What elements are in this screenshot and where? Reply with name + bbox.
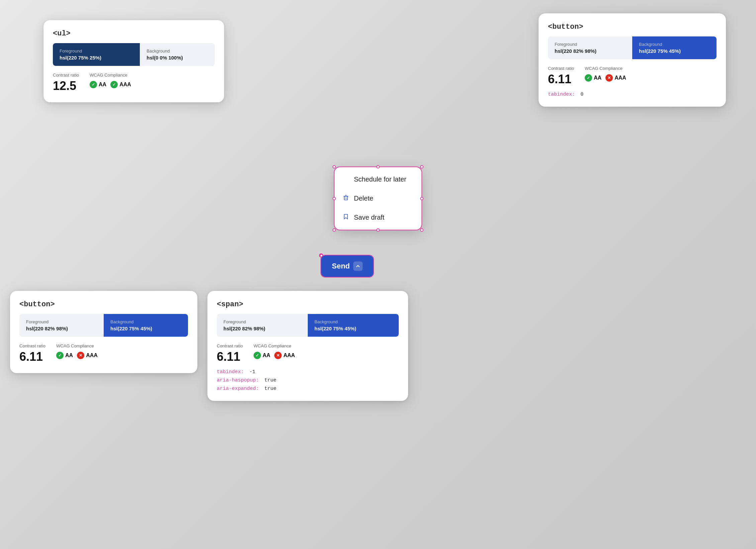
contrast-group-ul: Contrast ratio 12.5 <box>53 73 79 93</box>
contrast-label-btn-top: Contrast ratio <box>548 66 574 71</box>
bg-value-span: hsl(220 75% 45%) <box>314 326 392 331</box>
aaa-label-btn-bottom: AAA <box>86 352 98 358</box>
aa-label-ul: AA <box>99 82 106 88</box>
contrast-group-btn-bottom: Contrast ratio 6.11 <box>19 343 45 364</box>
send-button[interactable]: Send <box>321 255 373 277</box>
dropdown-item-save-draft[interactable]: Save draft <box>335 208 421 227</box>
color-swatches-button-top: Foreground hsl(220 82% 98%) Background h… <box>548 36 717 59</box>
fg-value-btn-top: hsl(220 82% 98%) <box>555 48 626 54</box>
chevron-icon <box>353 261 363 271</box>
card-button-top-title: <button> <box>548 23 717 31</box>
foreground-swatch-ul: Foreground hsl(220 75% 25%) <box>53 43 140 66</box>
trash-icon <box>343 194 349 203</box>
expanded-value-span: true <box>264 386 276 392</box>
foreground-label-ul: Foreground <box>60 48 133 53</box>
tabindex-row-btn-top: tabindex: 0 <box>548 91 717 97</box>
contrast-value-ul: 12.5 <box>53 79 79 93</box>
aa-label-btn-bottom: AA <box>65 352 73 358</box>
badge-aa-span: ✓ AA <box>254 352 270 359</box>
badge-aaa-span: ✕ AAA <box>274 352 295 359</box>
selection-dot-mr <box>420 197 423 200</box>
contrast-label-btn-bottom: Contrast ratio <box>19 343 45 348</box>
contrast-label-span: Contrast ratio <box>217 343 243 348</box>
svg-rect-0 <box>343 177 349 181</box>
tabindex-attr-label-span: tabindex: <box>217 369 244 375</box>
background-label-ul: Background <box>147 48 208 53</box>
color-swatches-btn-bottom: Foreground hsl(220 82% 98%) Background h… <box>19 314 188 337</box>
bg-swatch-span: Background hsl(220 75% 45%) <box>308 314 399 337</box>
selection-dot-tr <box>420 165 423 169</box>
save-draft-label: Save draft <box>354 214 384 221</box>
selection-dot-tl <box>333 165 336 169</box>
check-icon-aa-btn-top: ✓ <box>585 74 592 82</box>
wcag-label-ul: WCAG Compliance <box>90 73 131 78</box>
bg-label-btn-top: Background <box>639 42 710 47</box>
fg-label-btn-top: Foreground <box>555 42 626 47</box>
wcag-group-btn-top: WCAG Compliance ✓ AA ✕ AAA <box>585 66 626 82</box>
delete-label: Delete <box>354 195 373 202</box>
card-span: <span> Foreground hsl(220 82% 98%) Backg… <box>207 291 408 401</box>
metrics-span: Contrast ratio 6.11 WCAG Compliance ✓ AA… <box>217 343 399 364</box>
aa-label-btn-top: AA <box>594 75 601 81</box>
wcag-group-btn-bottom: WCAG Compliance ✓ AA ✕ AAA <box>56 343 98 359</box>
check-icon-aa-span: ✓ <box>254 352 261 359</box>
contrast-group-btn-top: Contrast ratio 6.11 <box>548 66 574 86</box>
aaa-label-btn-top: AAA <box>615 75 626 81</box>
fg-value-btn-bottom: hsl(220 82% 98%) <box>26 326 97 331</box>
tabindex-value-btn-top: 0 <box>580 92 583 97</box>
color-swatches-ul: Foreground hsl(220 75% 25%) Background h… <box>53 43 215 66</box>
foreground-swatch-button-top: Foreground hsl(220 82% 98%) <box>548 36 632 59</box>
aa-label-span: AA <box>263 352 270 358</box>
dropdown-item-delete[interactable]: Delete <box>335 189 421 208</box>
bookmark-icon <box>343 213 349 222</box>
selection-dot-tm <box>376 165 380 169</box>
wcag-badges-ul: ✓ AA ✓ AAA <box>90 81 131 88</box>
bg-label-btn-bottom: Background <box>110 319 181 324</box>
foreground-value-ul: hsl(220 75% 25%) <box>60 55 133 61</box>
card-button-bottom-title: <button> <box>19 300 188 309</box>
wcag-badges-btn-bottom: ✓ AA ✕ AAA <box>56 352 98 359</box>
selection-dot-br <box>420 228 423 232</box>
metrics-button-top: Contrast ratio 6.11 WCAG Compliance ✓ AA… <box>548 66 717 86</box>
dropdown-item-schedule[interactable]: Schedule for later <box>335 170 421 189</box>
fg-label-span: Foreground <box>223 319 301 324</box>
bg-label-span: Background <box>314 319 392 324</box>
check-icon-aa-ul: ✓ <box>90 81 97 88</box>
wcag-badges-span: ✓ AA ✕ AAA <box>254 352 295 359</box>
contrast-value-btn-bottom: 6.11 <box>19 350 45 364</box>
badge-aa-btn-bottom: ✓ AA <box>56 352 73 359</box>
calendar-icon <box>343 175 349 184</box>
tabindex-label-btn-top: tabindex: <box>548 92 575 97</box>
aaa-label-span: AAA <box>283 352 295 358</box>
x-icon-aaa-span: ✕ <box>274 352 282 359</box>
bg-value-btn-bottom: hsl(220 75% 45%) <box>110 326 181 331</box>
badge-aaa-ul: ✓ AAA <box>110 81 131 88</box>
card-ul: <ul> Foreground hsl(220 75% 25%) Backgro… <box>43 20 224 102</box>
fg-value-span: hsl(220 82% 98%) <box>223 326 301 331</box>
fg-swatch-span: Foreground hsl(220 82% 98%) <box>217 314 308 337</box>
metrics-btn-bottom: Contrast ratio 6.11 WCAG Compliance ✓ AA… <box>19 343 188 364</box>
wcag-group-span: WCAG Compliance ✓ AA ✕ AAA <box>254 343 295 359</box>
aaa-label-ul: AAA <box>119 82 131 88</box>
contrast-group-span: Contrast ratio 6.11 <box>217 343 243 364</box>
fg-label-btn-bottom: Foreground <box>26 319 97 324</box>
haspopup-value-span: true <box>264 377 276 383</box>
send-label: Send <box>332 262 350 270</box>
aria-attrs-span: tabindex: -1 aria-haspopup: true aria-ex… <box>217 368 399 392</box>
metrics-ul: Contrast ratio 12.5 WCAG Compliance ✓ AA… <box>53 73 215 93</box>
bg-value-btn-top: hsl(220 75% 45%) <box>639 48 710 54</box>
tabindex-attr-value-span: -1 <box>249 369 255 375</box>
badge-aa-ul: ✓ AA <box>90 81 106 88</box>
card-button-bottom: <button> Foreground hsl(220 82% 98%) Bac… <box>10 291 197 373</box>
background-value-ul: hsl(0 0% 100%) <box>147 55 208 61</box>
selection-dot-ml <box>333 197 336 200</box>
svg-rect-4 <box>344 196 348 200</box>
wcag-label-btn-top: WCAG Compliance <box>585 66 626 71</box>
wcag-label-span: WCAG Compliance <box>254 343 295 348</box>
badge-aaa-btn-bottom: ✕ AAA <box>77 352 98 359</box>
x-icon-aaa-btn-bottom: ✕ <box>77 352 84 359</box>
badge-aa-btn-top: ✓ AA <box>585 74 601 82</box>
wcag-label-btn-bottom: WCAG Compliance <box>56 343 98 348</box>
expanded-label-span: aria-expanded: <box>217 386 259 392</box>
fg-swatch-btn-bottom: Foreground hsl(220 82% 98%) <box>19 314 104 337</box>
